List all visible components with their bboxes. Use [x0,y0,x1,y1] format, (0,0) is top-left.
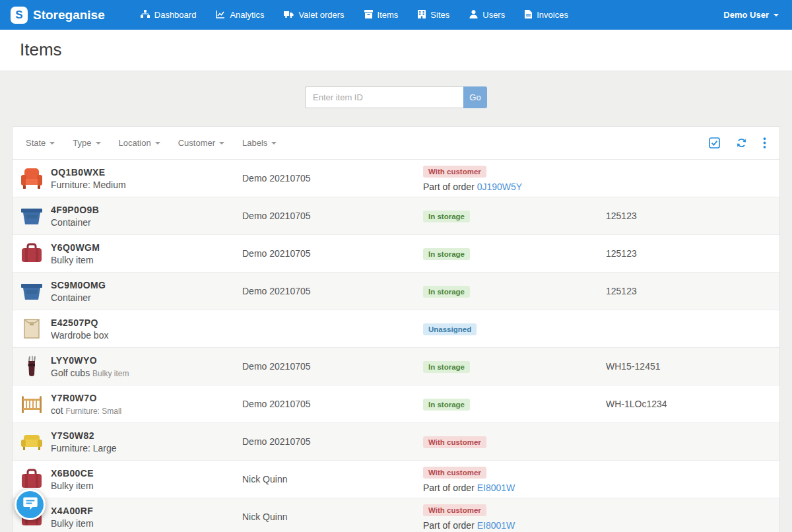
table-row[interactable]: 4F9P0O9B Container Demo 20210705 In stor… [13,197,779,235]
nav-item-analytics[interactable]: Analytics [208,5,272,25]
chevron-down-icon [96,142,101,145]
item-code: 125123 [606,248,779,259]
item-id-search-input[interactable] [305,86,463,108]
item-id: Y6Q0WGM [51,242,234,253]
nav-item-dashboard[interactable]: Dashboard [133,5,205,25]
items-table-card: State Type Location Customer Labels OQ1B… [12,126,780,532]
table-row[interactable]: E42507PQ Wardrobe box Unassigned [13,310,779,348]
storeganise-logo-icon: S [11,7,28,24]
item-id: Y7S0W82 [51,430,234,441]
suitcase-icon [13,240,51,267]
item-id: Y7R0W7O [51,393,234,403]
user-icon [469,10,478,20]
page-title: Items [20,40,772,60]
page-header: Items [0,30,792,71]
chevron-down-icon [50,142,55,145]
table-row[interactable]: OQ1B0WXE Furniture: Medium Demo 20210705… [13,160,779,197]
table-row[interactable]: SC9M0OMG Container Demo 20210705 In stor… [13,273,779,310]
status-badge: Unassigned [423,323,477,335]
container-icon [13,278,51,304]
analytics-icon [216,10,225,20]
status-badge: With customer [423,504,486,516]
item-type: Bulky item [92,369,129,378]
golf-bag-icon [13,353,51,380]
item-id: OQ1B0WXE [51,167,234,178]
item-location: Demo 20210705 [242,286,412,296]
status-badge: With customer [423,436,486,448]
item-location: Demo 20210705 [242,248,412,259]
item-type: Wardrobe box [51,330,234,341]
sofa-icon [13,428,51,455]
order-link[interactable]: 0J190W5Y [477,182,522,192]
table-row[interactable]: Y6Q0WGM Bulky item Demo 20210705 In stor… [13,235,779,273]
item-name: Golf cubs [51,368,90,378]
item-location: Demo 20210705 [242,211,412,221]
item-location: Nick Quinn [242,512,412,522]
chevron-down-icon [774,14,779,17]
filter-customer[interactable]: Customer [178,138,224,148]
item-name: cot [51,405,63,416]
status-badge: With customer [423,166,486,178]
dashboard-icon [141,10,150,20]
brand-name: Storeganise [33,8,105,22]
go-button[interactable]: Go [463,86,487,108]
item-type: Container [51,217,234,228]
item-id: 4F9P0O9B [51,205,234,215]
status-badge: With customer [423,467,486,479]
user-menu[interactable]: Demo User [721,5,781,24]
nav-items: Dashboard Analytics Valet orders Items S… [133,5,721,25]
wardrobe-box-icon [13,316,51,342]
truck-icon [284,10,294,20]
item-code: WH-1LOc1234 [606,399,779,409]
status-badge: In storage [423,248,470,260]
nav-item-items[interactable]: Items [356,5,407,25]
item-type: Furniture: Large [51,443,234,453]
order-line: Part of order 0J190W5Y [423,182,606,192]
nav-item-valet-orders[interactable]: Valet orders [276,5,352,25]
table-toolbar [709,137,766,149]
item-location: Demo 20210705 [242,399,412,409]
status-badge: In storage [423,286,470,298]
item-type: Bulky item [51,518,234,529]
search-box: Go [305,86,487,108]
table-row[interactable]: X6B00CE Bulky item Nick Quinn With custo… [13,461,779,498]
table-row[interactable]: Y7R0W7O cot Furniture: Small Demo 202107… [13,385,779,423]
item-id: E42507PQ [51,317,234,328]
order-line: Part of order EI8001W [423,482,606,493]
armchair-icon [13,165,51,191]
more-options-icon[interactable] [763,137,766,149]
filter-location[interactable]: Location [119,138,160,148]
container-icon [13,203,51,229]
table-row[interactable]: Y7S0W82 Furniture: Large Demo 20210705 W… [13,423,779,461]
navbar: S Storeganise Dashboard Analytics Valet … [0,0,792,30]
chat-bubble-icon [23,497,38,513]
nav-item-sites[interactable]: Sites [410,5,457,25]
search-section: Go [0,71,792,126]
chevron-down-icon [219,142,224,145]
item-id: X4A00RF [51,506,234,516]
select-all-icon[interactable] [709,137,720,149]
table-row[interactable]: X4A00RF Bulky item Nick Quinn With custo… [13,498,779,532]
order-link[interactable]: EI8001W [477,482,515,493]
item-location: Nick Quinn [242,474,412,484]
filter-bar: State Type Location Customer Labels [13,127,779,160]
nav-item-users[interactable]: Users [461,5,513,25]
chevron-down-icon [271,142,277,145]
filter-labels[interactable]: Labels [242,138,277,148]
order-link[interactable]: EI8001W [477,520,515,531]
chevron-down-icon [155,142,160,145]
crib-icon [13,391,51,417]
table-row[interactable]: LYY0WYO Golf cubs Bulky item Demo 202107… [13,348,779,385]
nav-item-invoices[interactable]: Invoices [517,5,576,25]
item-type: Furniture: Medium [51,180,234,190]
item-type: Bulky item [51,481,234,491]
brand-logo-link[interactable]: S Storeganise [11,7,105,24]
refresh-icon[interactable] [736,137,747,149]
filter-type[interactable]: Type [73,138,100,148]
status-badge: In storage [423,399,470,411]
building-icon [418,10,426,20]
box-icon [364,10,373,20]
chat-launcher-button[interactable] [15,489,46,520]
item-location: Demo 20210705 [242,361,412,372]
filter-state[interactable]: State [26,138,55,148]
